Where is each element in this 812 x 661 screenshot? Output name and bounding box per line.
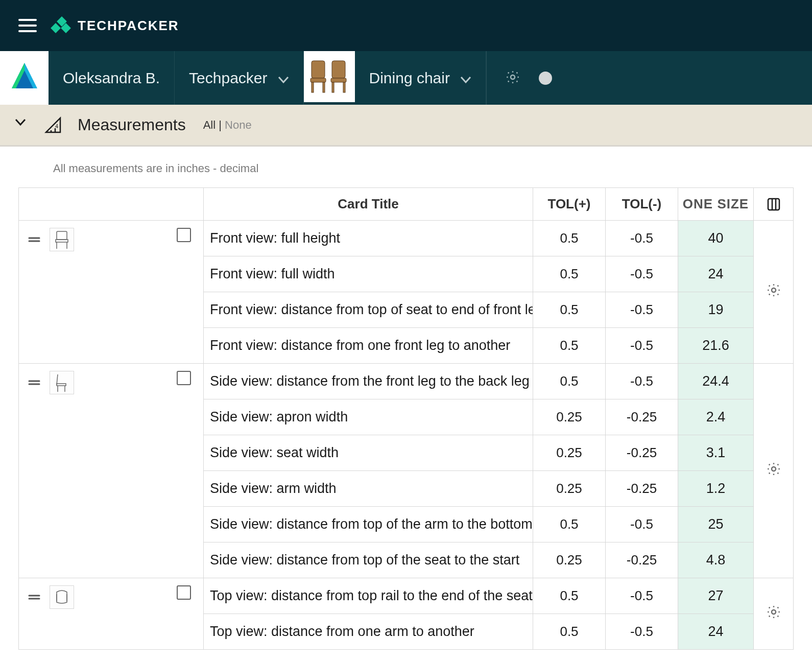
cell-one-size[interactable]: 4.8 [678, 542, 754, 578]
svg-rect-19 [768, 199, 779, 210]
col-one-size[interactable]: ONE SIZE [678, 188, 754, 221]
gear-icon[interactable] [505, 69, 520, 87]
breadcrumb-user[interactable]: Oleksandra B. [49, 51, 175, 105]
svg-line-31 [57, 374, 58, 385]
filter-sep: | [216, 119, 225, 131]
brand[interactable]: TECHPACKER [51, 16, 179, 35]
cell-one-size[interactable]: 2.4 [678, 399, 754, 435]
cell-tol-plus[interactable]: 0.5 [533, 578, 606, 614]
svg-rect-8 [312, 82, 314, 92]
cell-card-title[interactable]: Side view: distance from the front leg t… [204, 364, 533, 399]
cell-tol-minus[interactable]: -0.5 [606, 364, 678, 399]
cell-one-size[interactable]: 19 [678, 292, 754, 328]
drag-handle-icon[interactable] [28, 371, 40, 390]
cell-tol-plus[interactable]: 0.5 [533, 364, 606, 399]
svg-text:4: 4 [55, 123, 58, 129]
cell-one-size[interactable]: 40 [678, 221, 754, 256]
cell-card-title[interactable]: Front view: full height [204, 221, 533, 256]
row-settings-button[interactable] [754, 221, 794, 364]
filter-none-link[interactable]: None [225, 119, 252, 131]
cell-one-size[interactable]: 1.2 [678, 471, 754, 507]
svg-point-40 [772, 610, 776, 614]
filter-all-link[interactable]: All [203, 119, 216, 131]
brand-logo-icon [51, 16, 69, 35]
cell-tol-minus[interactable]: -0.5 [606, 614, 678, 650]
cell-one-size[interactable]: 24 [678, 614, 754, 650]
cell-card-title[interactable]: Front view: full width [204, 256, 533, 292]
group-thumbnail[interactable] [50, 585, 74, 609]
topbar: TECHPACKER [0, 0, 812, 51]
cell-tol-minus[interactable]: -0.5 [606, 221, 678, 256]
group-checkbox[interactable] [177, 585, 191, 600]
cell-tol-minus[interactable]: -0.25 [606, 435, 678, 471]
cell-card-title[interactable]: Front view: distance from one front leg … [204, 328, 533, 364]
breadcrumb-org-label: Techpacker [189, 69, 267, 87]
chevron-down-icon [278, 69, 289, 87]
breadcrumb-project[interactable]: Dining chair [355, 51, 486, 105]
cell-tol-plus[interactable]: 0.25 [533, 471, 606, 507]
cell-tol-plus[interactable]: 0.5 [533, 328, 606, 364]
cell-tol-plus[interactable]: 0.5 [533, 256, 606, 292]
cell-tol-plus[interactable]: 0.25 [533, 399, 606, 435]
breadcrumb-project-label: Dining chair [369, 69, 450, 87]
row-settings-button[interactable] [754, 364, 794, 578]
cell-one-size[interactable]: 25 [678, 507, 754, 542]
group-thumbnail[interactable] [50, 228, 74, 251]
project-thumbnail[interactable] [304, 51, 355, 102]
collapse-toggle[interactable] [14, 118, 29, 132]
group-handle-cell [19, 221, 204, 364]
cell-tol-minus[interactable]: -0.25 [606, 471, 678, 507]
cell-card-title[interactable]: Top view: distance from one arm to anoth… [204, 614, 533, 650]
cell-tol-plus[interactable]: 0.5 [533, 292, 606, 328]
drag-handle-icon[interactable] [28, 228, 40, 247]
chevron-down-icon [460, 69, 471, 87]
cell-tol-minus[interactable]: -0.5 [606, 328, 678, 364]
cell-tol-plus[interactable]: 0.5 [533, 507, 606, 542]
hamburger-menu-icon[interactable] [18, 18, 37, 33]
row-settings-button[interactable] [754, 578, 794, 650]
cell-tol-minus[interactable]: -0.5 [606, 292, 678, 328]
cell-tol-minus[interactable]: -0.5 [606, 507, 678, 542]
cell-tol-plus[interactable]: 0.25 [533, 435, 606, 471]
svg-rect-12 [332, 82, 334, 92]
cell-one-size[interactable]: 24 [678, 256, 754, 292]
drag-handle-icon[interactable] [28, 585, 40, 604]
cell-one-size[interactable]: 24.4 [678, 364, 754, 399]
breadcrumb-org[interactable]: Techpacker [175, 51, 303, 105]
group-checkbox[interactable] [177, 228, 191, 242]
cell-card-title[interactable]: Side view: seat width [204, 435, 533, 471]
cell-one-size[interactable]: 27 [678, 578, 754, 614]
cell-card-title[interactable]: Side view: apron width [204, 399, 533, 435]
cell-card-title[interactable]: Side view: distance from top of the seat… [204, 542, 533, 578]
cell-one-size[interactable]: 3.1 [678, 435, 754, 471]
cell-tol-minus[interactable]: -0.25 [606, 542, 678, 578]
group-checkbox[interactable] [177, 371, 191, 385]
brand-name: TECHPACKER [78, 18, 179, 34]
section-header: 4 Measurements All | None [0, 105, 812, 147]
col-tol-minus[interactable]: TOL(-) [606, 188, 678, 221]
cell-tol-plus[interactable]: 0.25 [533, 542, 606, 578]
status-dot-icon[interactable] [539, 72, 552, 85]
cell-card-title[interactable]: Side view: distance from top of the arm … [204, 507, 533, 542]
cell-tol-minus[interactable]: -0.5 [606, 578, 678, 614]
gear-icon [766, 607, 781, 623]
svg-rect-9 [323, 82, 325, 92]
group-thumbnail[interactable] [50, 371, 74, 394]
svg-point-28 [772, 288, 776, 292]
dining-chair-icon [307, 59, 351, 95]
cell-tol-minus[interactable]: -0.5 [606, 256, 678, 292]
cell-card-title[interactable]: Front view: distance from top of seat to… [204, 292, 533, 328]
cell-card-title[interactable]: Side view: arm width [204, 471, 533, 507]
col-card-title[interactable]: Card Title [204, 188, 533, 221]
cell-card-title[interactable]: Top view: distance from top rail to the … [204, 578, 533, 614]
table-row: Front view: full height0.5-0.540 [19, 221, 794, 256]
breadcrumb-user-label: Oleksandra B. [63, 69, 160, 87]
section-title: Measurements [78, 115, 186, 134]
col-tol-plus[interactable]: TOL(+) [533, 188, 606, 221]
workspace-avatar[interactable] [0, 51, 49, 105]
cell-tol-minus[interactable]: -0.25 [606, 399, 678, 435]
cell-tol-plus[interactable]: 0.5 [533, 221, 606, 256]
cell-one-size[interactable]: 21.6 [678, 328, 754, 364]
cell-tol-plus[interactable]: 0.5 [533, 614, 606, 650]
col-columns-config[interactable] [754, 188, 794, 221]
